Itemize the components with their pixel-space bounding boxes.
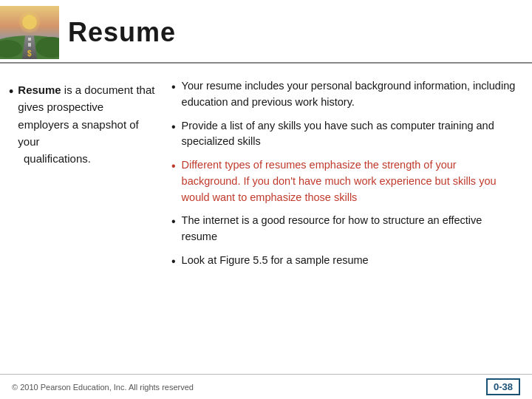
right-list-item-4: • Look at Figure 5.5 for a sample resume [171, 253, 517, 270]
svg-rect-5 [28, 43, 31, 47]
bullet-icon: • [171, 214, 176, 230]
svg-text:$: $ [27, 50, 32, 58]
left-item-text: Resume is a document that gives prospect… [18, 81, 157, 150]
right-column: • Your resume includes your personal bac… [171, 75, 517, 366]
right-list-item-1: • Provide a list of any skills you have … [171, 118, 517, 151]
slide: $ Resume • Resume is a document that giv… [0, 0, 532, 399]
right-list: • Your resume includes your personal bac… [171, 78, 517, 270]
svg-rect-6 [28, 38, 31, 41]
svg-point-8 [19, 12, 40, 33]
bullet-icon: • [171, 254, 176, 270]
footer: © 2010 Pearson Education, Inc. All right… [0, 374, 532, 399]
right-item-text: The internet is a good resource for how … [182, 213, 517, 245]
content-area: • Resume is a document that gives prospe… [0, 64, 532, 374]
left-list: • Resume is a document that gives prospe… [9, 81, 157, 150]
left-qualifications: qualifications. [24, 152, 91, 165]
right-list-item-3: • The internet is a good resource for ho… [171, 213, 517, 245]
right-item-text: Look at Figure 5.5 for a sample resume [182, 253, 369, 269]
left-column: • Resume is a document that gives prospe… [9, 75, 157, 366]
bullet-icon: • [171, 120, 176, 135]
left-list-item-1: • Resume is a document that gives prospe… [9, 81, 157, 150]
bullet-icon: • [9, 83, 13, 100]
right-list-item-2: • Different types of resumes emphasize t… [171, 157, 517, 205]
page-title: Resume [68, 17, 176, 48]
bullet-icon: • [171, 159, 176, 174]
right-item-text: Your resume includes your personal backg… [182, 78, 517, 111]
header: $ Resume [0, 0, 532, 64]
copyright-text: © 2010 Pearson Education, Inc. All right… [12, 383, 194, 392]
right-item-text: Provide a list of any skills you have su… [182, 118, 517, 151]
header-thumbnail: $ [0, 6, 59, 59]
right-list-item-0: • Your resume includes your personal bac… [171, 78, 517, 111]
bullet-icon: • [171, 80, 176, 95]
right-item-text-highlight: Different types of resumes emphasize the… [182, 157, 517, 205]
slide-number-badge: 0-38 [486, 378, 520, 395]
